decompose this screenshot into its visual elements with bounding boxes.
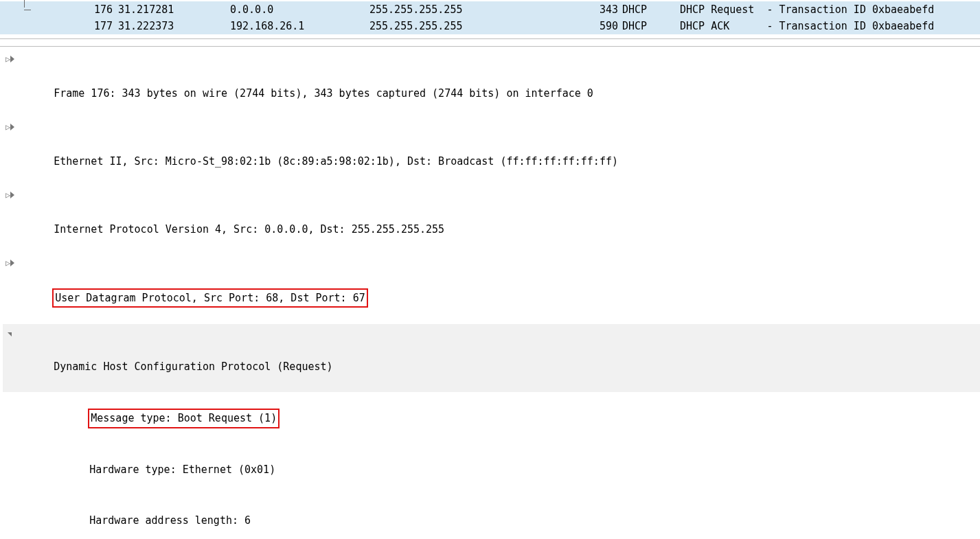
col-protocol: DHCP [618, 18, 676, 35]
detail-label: Ethernet II, Src: Micro-St_98:02:1b (8c:… [54, 155, 618, 168]
detail-label: Internet Protocol Version 4, Src: 0.0.0.… [54, 223, 444, 236]
expand-toggle-icon[interactable] [5, 119, 14, 136]
detail-label: User Datagram Protocol, Src Port: 68, Ds… [52, 288, 368, 308]
detail-dhcp-children: Message type: Boot Request (1) Hardware … [3, 392, 980, 539]
dhcp-hardware-len[interactable]: Hardware address length: 6 [26, 496, 980, 540]
field-value: Message type: Boot Request (1) [88, 409, 280, 428]
detail-ethernet[interactable]: Ethernet II, Src: Micro-St_98:02:1b (8c:… [3, 119, 980, 187]
expand-toggle-icon[interactable] [5, 51, 14, 68]
detail-frame[interactable]: Frame 176: 343 bytes on wire (2744 bits)… [3, 51, 980, 119]
pane-separator[interactable] [0, 39, 980, 46]
packet-details-pane[interactable]: Frame 176: 343 bytes on wire (2744 bits)… [0, 46, 980, 539]
expand-toggle-icon[interactable] [5, 324, 14, 341]
col-time: 31.222373 [113, 18, 225, 35]
detail-ip[interactable]: Internet Protocol Version 4, Src: 0.0.0.… [3, 187, 980, 255]
col-length: 590 [576, 18, 618, 35]
col-no: 177 [0, 18, 113, 35]
col-source: 192.168.26.1 [225, 18, 364, 35]
col-dest: 255.255.255.255 [364, 1, 576, 19]
expand-toggle-icon[interactable] [5, 255, 14, 272]
dhcp-hardware-type[interactable]: Hardware type: Ethernet (0x01) [26, 444, 980, 495]
col-info: DHCP ACK - Transaction ID 0xbaeabefd [676, 18, 980, 35]
col-dest: 255.255.255.255 [364, 18, 576, 35]
detail-label: Frame 176: 343 bytes on wire (2744 bits)… [54, 87, 593, 100]
packet-row[interactable]: 177 31.222373 192.168.26.1 255.255.255.2… [0, 18, 980, 34]
col-length: 343 [576, 1, 618, 19]
packet-list-pane[interactable]: 176 31.217281 0.0.0.0 255.255.255.255 34… [0, 0, 980, 39]
detail-udp[interactable]: User Datagram Protocol, Src Port: 68, Ds… [3, 255, 980, 324]
field-value: Hardware type: Ethernet (0x01) [89, 463, 275, 476]
col-no: 176 [0, 1, 113, 19]
col-time: 31.217281 [113, 1, 225, 19]
detail-dhcp[interactable]: Dynamic Host Configuration Protocol (Req… [3, 324, 980, 392]
col-info: DHCP Request - Transaction ID 0xbaeabefd [676, 1, 980, 19]
dhcp-message-type[interactable]: Message type: Boot Request (1) [26, 392, 980, 444]
detail-label: Dynamic Host Configuration Protocol (Req… [54, 360, 332, 373]
expand-toggle-icon[interactable] [5, 187, 14, 204]
field-value: Hardware address length: 6 [89, 514, 251, 527]
col-source: 0.0.0.0 [225, 1, 364, 19]
packet-row[interactable]: 176 31.217281 0.0.0.0 255.255.255.255 34… [0, 1, 980, 18]
col-protocol: DHCP [618, 1, 676, 19]
